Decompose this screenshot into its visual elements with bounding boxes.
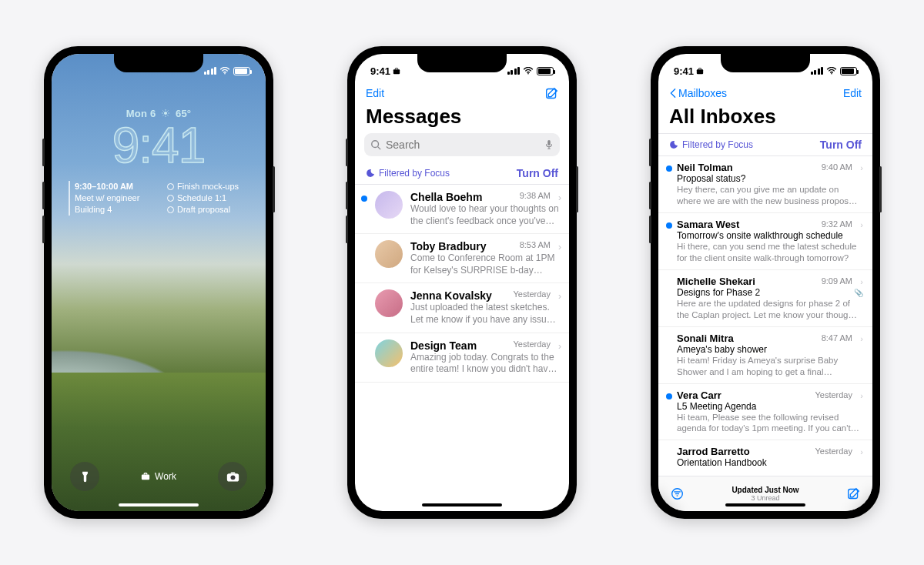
mail-subject: L5 Meeting Agenda [677, 401, 862, 412]
svg-line-8 [167, 111, 168, 112]
svg-point-14 [527, 73, 529, 75]
mail-preview: Hey there, can you give me an update on … [677, 184, 862, 207]
wifi-icon [219, 67, 230, 75]
timestamp: Yesterday [815, 390, 852, 400]
svg-rect-19 [697, 69, 703, 74]
updated-label: Updated Just Now [684, 486, 847, 494]
timestamp: 8:47 AM [822, 333, 852, 343]
chevron-right-icon: › [860, 334, 863, 343]
mail-row[interactable]: Neil TolmanProposal status?Hey there, ca… [658, 156, 872, 213]
message-preview: Come to Conference Room at 1PM for Kelse… [410, 252, 560, 276]
mail-preview: Here are the updated designs for phase 2… [677, 298, 862, 321]
timestamp: 9:09 AM [822, 276, 852, 286]
battery-icon [840, 67, 857, 75]
mail-subject: Proposal status? [677, 173, 862, 184]
conversation-row[interactable]: Chella BoehmWould love to hear your thou… [355, 185, 569, 234]
moon-icon [669, 140, 678, 149]
camera-button[interactable] [218, 462, 247, 491]
briefcase-icon [141, 472, 150, 481]
focus-filter-label: Filtered by Focus [366, 168, 450, 179]
chevron-right-icon: › [558, 192, 561, 203]
mail-row[interactable]: Michelle ShekariDesigns for Phase 2Here … [658, 270, 872, 327]
back-button[interactable]: Mailboxes [669, 87, 727, 99]
timestamp: Yesterday [513, 289, 551, 299]
search-input[interactable] [364, 133, 560, 156]
message-preview: Amazing job today. Congrats to the entir… [410, 352, 560, 376]
mail-row[interactable]: Samara WestTomorrow's onsite walkthrough… [658, 213, 872, 270]
reminders-widget[interactable]: Finish mock-ups Schedule 1:1 Draft propo… [167, 181, 249, 216]
mail-subject: Orientation Handbook [677, 457, 862, 468]
signal-icon [811, 67, 824, 75]
chevron-right-icon: › [860, 277, 863, 286]
timestamp: 9:40 AM [822, 162, 852, 172]
unread-dot [361, 196, 367, 202]
conversation-row[interactable]: Design TeamAmazing job today. Congrats t… [355, 333, 569, 383]
timestamp: 9:38 AM [520, 191, 551, 200]
chevron-right-icon: › [860, 391, 863, 400]
page-title: All Inboxes [658, 105, 872, 133]
chevron-right-icon: › [558, 291, 561, 302]
timestamp: Yesterday [815, 446, 852, 456]
message-preview: Just uploaded the latest sketches. Let m… [410, 302, 560, 326]
home-indicator[interactable] [422, 503, 502, 506]
turn-off-filter-button[interactable]: Turn Off [517, 167, 558, 179]
svg-point-0 [224, 73, 226, 75]
mail-list: Neil TolmanProposal status?Hey there, ca… [658, 156, 872, 469]
mail-row[interactable]: Vera CarrL5 Meeting AgendaHi team, Pleas… [658, 384, 872, 441]
phone-mail: 9:41 Mailboxes Edit All Inboxes Filtered… [651, 46, 880, 519]
mail-subject: Ameya's baby shower [677, 344, 862, 355]
message-preview: Would love to hear your thoughts on the … [410, 203, 560, 227]
home-indicator[interactable] [119, 503, 199, 506]
mail-subject: Designs for Phase 2 [677, 287, 862, 298]
chevron-right-icon: › [860, 220, 863, 229]
timestamp: 9:32 AM [822, 219, 852, 229]
status-time: 9:41 [370, 65, 390, 77]
signal-icon [507, 67, 521, 75]
conversation-list: Chella BoehmWould love to hear your thou… [355, 185, 569, 383]
focus-indicator[interactable]: Work [141, 471, 176, 482]
mail-preview: Hi team! Friday is Ameya's surprise Baby… [677, 355, 862, 378]
dictate-icon[interactable] [544, 139, 554, 150]
focus-status-icon [696, 67, 704, 75]
compose-button[interactable] [545, 87, 558, 100]
timestamp: 8:53 AM [520, 240, 551, 249]
phone-messages: 9:41 Edit Messages Filtered by Focus T [347, 46, 577, 519]
avatar [375, 339, 403, 367]
filter-button[interactable] [671, 487, 684, 500]
sun-icon [162, 109, 169, 117]
chevron-right-icon: › [558, 341, 561, 352]
avatar [375, 191, 403, 219]
status-time: 9:41 [674, 65, 694, 77]
edit-button[interactable]: Edit [843, 87, 862, 99]
focus-status-icon [393, 67, 400, 75]
mail-subject: Tomorrow's onsite walkthrough schedule [677, 230, 862, 241]
svg-point-16 [372, 141, 379, 148]
phone-lockscreen: Mon 6 65° 9:41 9:30–10:00 AM Meet w/ eng… [44, 46, 273, 519]
flashlight-icon [79, 470, 92, 483]
calendar-widget[interactable]: 9:30–10:00 AM Meet w/ engineer Building … [69, 181, 156, 216]
edit-button[interactable]: Edit [366, 87, 384, 99]
chevron-right-icon: › [558, 242, 561, 252]
conversation-row[interactable]: Toby BradburyCome to Conference Room at … [355, 234, 569, 283]
lock-widgets: 9:30–10:00 AM Meet w/ engineer Building … [64, 181, 253, 216]
page-title: Messages [355, 105, 569, 133]
conversation-row[interactable]: Jenna KovalskyJust uploaded the latest s… [355, 283, 569, 333]
mail-row[interactable]: Jarrod BarrettoOrientation HandbookI am … [658, 440, 872, 469]
battery-icon [233, 67, 250, 75]
home-indicator[interactable] [725, 503, 805, 506]
svg-line-9 [163, 115, 164, 115]
svg-line-17 [378, 147, 381, 150]
svg-point-12 [230, 475, 235, 480]
timestamp: Yesterday [513, 339, 551, 349]
wifi-icon [826, 67, 837, 75]
mail-row[interactable]: Sonali MitraAmeya's baby showerHi team! … [658, 327, 872, 384]
compose-button[interactable] [847, 487, 860, 500]
turn-off-filter-button[interactable]: Turn Off [820, 139, 862, 151]
moon-icon [366, 169, 375, 178]
svg-point-20 [831, 73, 832, 75]
svg-point-1 [164, 112, 167, 115]
signal-icon [204, 67, 217, 75]
flashlight-button[interactable] [70, 462, 99, 491]
unread-dot [666, 393, 672, 400]
chevron-right-icon: › [860, 447, 863, 456]
